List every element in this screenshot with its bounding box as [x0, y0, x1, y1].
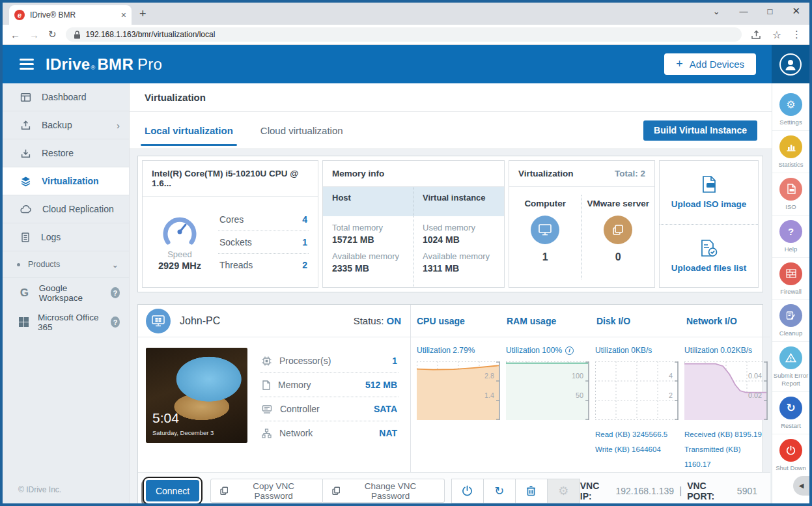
disk-io-chart: Utilization 0KB/s 42 Read (KB) 3245566.5…: [589, 345, 679, 472]
info-icon[interactable]: i: [565, 346, 574, 355]
brand-logo: IDrive®BMRPro: [46, 55, 162, 74]
change-vnc-password-button[interactable]: Change VNC Password: [323, 479, 445, 503]
processor-icon: [262, 356, 272, 366]
help-badge-icon[interactable]: ?: [111, 287, 120, 298]
browser-window: e IDrive® BMR × + ⌄ — □ ✕ ← → ↻ 192.168.…: [0, 0, 812, 506]
rail-label: Statistics: [778, 161, 803, 169]
network-received-stat: Received (KB) 8195.19: [684, 427, 768, 442]
iso-card: Upload ISO image Uploaded files list: [659, 160, 759, 288]
microsoft-icon: [19, 317, 29, 327]
rail-item-settings[interactable]: ⚙ Settings: [772, 89, 809, 131]
favicon-icon: e: [14, 10, 25, 20]
power-off-button[interactable]: [452, 479, 484, 503]
network-utilization-text: Utilization 0.02KB/s: [684, 346, 752, 355]
rail-item-statistics[interactable]: Statistics: [772, 131, 809, 173]
sidebar-item-restore[interactable]: Restore: [3, 139, 129, 167]
upload-iso-link[interactable]: Upload ISO image: [660, 161, 758, 225]
vm-name: John-PC: [180, 315, 220, 327]
copy-vnc-label: Copy VNC Password: [234, 481, 313, 501]
window-menu-icon[interactable]: ⌄: [713, 7, 720, 16]
ram-utilization-text: Utilization 100%: [506, 346, 562, 355]
sidebar-item-backup[interactable]: Backup ›: [3, 111, 129, 139]
restore-icon: [20, 148, 31, 159]
rail-item-help[interactable]: ? Help: [772, 216, 809, 258]
vm-settings-button[interactable]: ⚙: [548, 479, 580, 503]
delete-vm-button[interactable]: [516, 479, 548, 503]
sidebar-item-dashboard[interactable]: Dashboard: [3, 83, 129, 111]
help-badge-icon[interactable]: ?: [111, 316, 120, 328]
status-label: Status:: [354, 315, 384, 326]
collapse-rail-button[interactable]: ◀: [793, 476, 809, 496]
copy-vnc-password-button[interactable]: Copy VNC Password: [210, 479, 323, 503]
browser-menu-icon[interactable]: ⋮: [792, 29, 802, 40]
brand-name: IDrive: [46, 55, 91, 74]
reload-icon[interactable]: ↻: [48, 29, 57, 40]
vnc-separator: |: [679, 485, 682, 497]
browser-tabstrip: e IDrive® BMR × + ⌄ — □ ✕: [3, 3, 809, 25]
browser-tab[interactable]: e IDrive® BMR ×: [9, 5, 132, 25]
back-icon[interactable]: ←: [10, 29, 20, 40]
tab-local-virtualization[interactable]: Local virtualization: [145, 112, 233, 149]
rail-item-iso[interactable]: ISO: [772, 173, 809, 216]
bookmark-star-icon[interactable]: ☆: [772, 29, 781, 41]
vmware-server-icon: [611, 223, 624, 236]
rail-item-cleanup[interactable]: Cleanup: [772, 300, 809, 342]
sidebar-item-virtualization[interactable]: Virtualization: [3, 167, 129, 195]
network-row: Network NAT: [260, 421, 399, 445]
main-content: Virtualization Local virtualization Clou…: [130, 83, 772, 503]
brand-product: BMR: [97, 55, 133, 74]
sidebar-item-google-workspace[interactable]: G Google Workspace ?: [3, 278, 129, 307]
cores-label: Cores: [219, 214, 244, 225]
vmware-column: VMware server 0: [582, 195, 655, 279]
new-tab-button[interactable]: +: [139, 7, 147, 21]
controller-label: Controller: [280, 404, 320, 414]
usage-charts-section: CPU usage RAM usage Disk I/O Network I/O…: [410, 305, 770, 472]
uploaded-files-icon: [700, 239, 718, 257]
window-minimize-icon[interactable]: —: [740, 7, 748, 16]
sockets-label: Sockets: [219, 237, 252, 247]
logs-document-icon: [20, 232, 31, 243]
sidebar-item-cloud-replication[interactable]: Cloud Replication: [3, 195, 129, 223]
window-close-icon[interactable]: ✕: [792, 5, 800, 17]
sidebar-item-microsoft-office-365[interactable]: Microsoft Office 365 ?: [3, 307, 129, 337]
speed-gauge-icon: [160, 213, 200, 248]
connect-button[interactable]: Connect: [146, 480, 199, 501]
restart-vm-button[interactable]: ↻: [484, 479, 516, 503]
lockscreen-time: 5:04: [152, 410, 179, 426]
vnc-port-value: 5901: [737, 486, 757, 496]
forward-icon[interactable]: →: [29, 29, 39, 40]
add-devices-button[interactable]: + Add Devices: [664, 53, 756, 75]
rail-item-shut-down[interactable]: Shut Down: [772, 434, 809, 476]
computer-count: 1: [542, 251, 548, 263]
page-title: Virtualization: [145, 92, 206, 103]
virtualization-tabbar: Local virtualization Cloud virtualizatio…: [130, 112, 772, 149]
google-icon: G: [19, 287, 30, 300]
rail-item-submit-error-report[interactable]: Submit Error Report: [772, 342, 809, 392]
build-virtual-instance-button[interactable]: Build Virtual Instance: [643, 120, 757, 141]
virt-card-title: Virtualization: [518, 169, 574, 178]
right-toolbar: ⚙ Settings Statistics ISO ? Help Firewal…: [772, 83, 809, 503]
sidebar-item-logs[interactable]: Logs: [3, 223, 129, 251]
share-icon[interactable]: [751, 30, 762, 40]
vm-details: Processor(s) 1 Memory 512 MB Controller: [260, 348, 399, 466]
controller-value: SATA: [374, 404, 397, 414]
url-bar[interactable]: 192.168.1.163/bmr/virtualization/local: [66, 27, 742, 42]
tab-close-icon[interactable]: ×: [121, 10, 126, 20]
svg-text:0.04: 0.04: [748, 372, 762, 380]
vmware-label: VMware server: [587, 199, 649, 208]
sockets-value: 1: [302, 237, 307, 247]
account-zone[interactable]: [772, 45, 809, 83]
user-avatar[interactable]: [779, 53, 802, 76]
window-maximize-icon[interactable]: □: [768, 7, 773, 16]
uploaded-files-link[interactable]: Uploaded files list: [660, 225, 758, 288]
sidebar-products-toggle[interactable]: Products ⌄: [3, 251, 129, 278]
vm-screen-thumbnail[interactable]: 5:04 Saturday, December 3: [146, 348, 247, 443]
rail-item-firewall[interactable]: Firewall: [772, 258, 809, 300]
app-header: IDrive®BMRPro + Add Devices: [3, 45, 809, 83]
vm-monitor-avatar-icon: [146, 309, 171, 333]
hamburger-menu-icon[interactable]: [20, 59, 34, 70]
tab-cloud-virtualization[interactable]: Cloud virtualization: [260, 112, 343, 149]
rail-item-restart[interactable]: ↻ Restart: [772, 392, 809, 434]
settings-gear-icon: ⚙: [779, 93, 802, 116]
change-vnc-label: Change VNC Password: [346, 481, 435, 501]
